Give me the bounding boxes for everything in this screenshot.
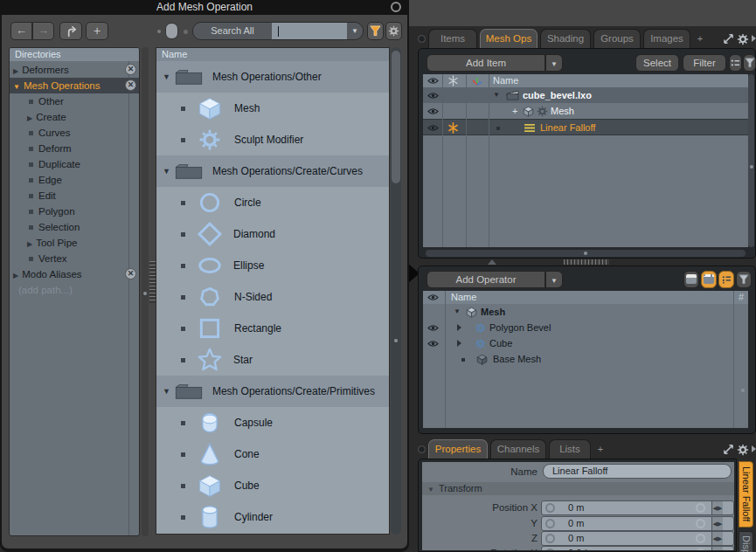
side-tab-display[interactable]: Displa xyxy=(739,531,753,552)
directory-item-deform[interactable]: Deform xyxy=(10,141,139,156)
operator-row-base-mesh[interactable]: Base Mesh xyxy=(423,351,748,367)
splitter-grip[interactable] xyxy=(564,259,609,265)
directory-item-modo-aliases[interactable]: ▶Modo Aliases✕ xyxy=(10,266,139,282)
directory-item-mesh-operations[interactable]: ▼Mesh Operations✕ xyxy=(10,78,139,93)
close-icon[interactable]: ✕ xyxy=(125,268,136,279)
mesh-op-row-ellipse[interactable]: Ellipse xyxy=(156,250,389,281)
panel-splitter[interactable] xyxy=(418,259,756,266)
expand-arrow-icon[interactable]: ▶ xyxy=(27,114,32,122)
group-row-other[interactable]: ▼ Mesh Operations/Other xyxy=(156,61,389,93)
tree-row-mesh[interactable]: + Mesh xyxy=(423,103,748,119)
pivot-enabled-icon[interactable] xyxy=(447,122,459,134)
mesh-op-row-cylinder[interactable]: Cylinder xyxy=(156,501,389,533)
dialog-titlebar[interactable]: Add Mesh Operation xyxy=(0,0,409,15)
tab-mesh-ops[interactable]: Mesh Ops xyxy=(480,29,538,48)
directory-item-deformers[interactable]: ▶Deformers✕ xyxy=(10,62,139,78)
mesh-op-row-circle[interactable]: Circle xyxy=(156,187,389,218)
expand-arrow-icon[interactable] xyxy=(457,340,461,347)
channel-state-icon[interactable] xyxy=(696,549,705,550)
mesh-op-row-diamond[interactable]: Diamond xyxy=(156,218,389,250)
collapse-arrow-icon[interactable]: ▼ xyxy=(163,387,170,396)
tab-properties[interactable]: Properties xyxy=(428,439,488,459)
close-icon[interactable]: ✕ xyxy=(125,64,136,75)
view-list-button[interactable] xyxy=(718,271,734,288)
gear-icon[interactable] xyxy=(737,444,749,456)
eye-icon[interactable] xyxy=(427,324,439,332)
select-button[interactable]: Select xyxy=(635,54,679,72)
side-tab-linear-falloff[interactable]: Linear Falloff xyxy=(739,461,753,528)
expand-arrow-icon[interactable] xyxy=(457,324,461,331)
filter-list-button[interactable] xyxy=(729,54,742,72)
add-directory-button[interactable]: + xyxy=(86,22,108,40)
operator-row-mesh[interactable]: ▼ Mesh xyxy=(423,304,748,320)
channel-ring-icon[interactable] xyxy=(545,503,555,513)
mesh-op-row-mesh[interactable]: Mesh xyxy=(156,93,389,124)
view-solo-button[interactable] xyxy=(683,271,699,288)
directory-item-polygon[interactable]: Polygon xyxy=(10,204,139,219)
panel-corner-icon[interactable] xyxy=(418,445,426,453)
value-spinner[interactable]: ◀▶ xyxy=(711,501,723,514)
tree-row-linear-falloff[interactable]: Linear Falloff xyxy=(423,119,748,135)
add-operator-button[interactable]: Add Operator xyxy=(427,271,545,288)
add-tab-button[interactable]: + xyxy=(693,29,707,48)
directory-item-duplicate[interactable]: Duplicate xyxy=(10,156,139,172)
mesh-op-row-cube[interactable]: Cube xyxy=(156,470,389,501)
directory-item-curves[interactable]: Curves xyxy=(10,125,139,141)
group-row-create-primitives[interactable]: ▼ Mesh Operations/Create/Primitives xyxy=(156,376,389,407)
value-spinner[interactable]: ◀▶ xyxy=(711,532,723,545)
expand-arrow-icon[interactable]: ▶ xyxy=(13,67,18,75)
directory-item-edge[interactable]: Edge xyxy=(10,172,139,188)
operator-filter-button[interactable] xyxy=(736,271,752,288)
channel-state-icon[interactable] xyxy=(696,519,705,528)
search-dropdown[interactable]: ▼ xyxy=(347,23,363,39)
settings-button[interactable] xyxy=(385,22,402,40)
directory-item-other[interactable]: Other xyxy=(10,93,139,109)
panel-corner-icon[interactable] xyxy=(418,35,426,43)
collapse-arrow-icon[interactable]: ▼ xyxy=(493,87,500,103)
add-item-dropdown[interactable]: ▼ xyxy=(545,54,563,72)
funnel-filter-button[interactable] xyxy=(743,54,756,72)
directories-scrollbar[interactable] xyxy=(142,47,149,536)
expand-plus-icon[interactable]: + xyxy=(512,103,517,119)
eye-icon[interactable] xyxy=(427,124,439,132)
tab-items[interactable]: Items xyxy=(428,29,477,48)
operator-row-polygon-bevel[interactable]: Polygon Bevel xyxy=(423,320,748,335)
expand-panel-icon[interactable] xyxy=(723,33,734,45)
scrollbar-thumb[interactable] xyxy=(392,51,400,183)
field-value[interactable]: 0 m ◀▶ xyxy=(541,516,734,531)
collapse-up-icon[interactable] xyxy=(488,259,496,265)
tab-shading[interactable]: Shading xyxy=(540,29,591,48)
channel-ring-icon[interactable] xyxy=(545,549,555,550)
field-value[interactable]: 0.0 ° ◀▶ xyxy=(541,546,734,550)
mesh-op-row-capsule[interactable]: Capsule xyxy=(156,407,389,438)
panel-splitter-grip[interactable] xyxy=(149,261,156,303)
value-spinner[interactable]: ◀▶ xyxy=(711,547,723,550)
collapse-arrow-icon[interactable]: ▼ xyxy=(454,304,461,320)
more-tabs-arrow-icon[interactable] xyxy=(752,445,756,452)
operator-row-cube[interactable]: Cube xyxy=(423,335,748,351)
add-operator-dropdown[interactable]: ▼ xyxy=(545,271,563,288)
close-icon[interactable]: ✕ xyxy=(125,79,136,91)
add-path-item[interactable]: (add path...) xyxy=(10,282,139,298)
mesh-op-row-rectangle[interactable]: Rectangle xyxy=(156,313,389,344)
group-row-create-curves[interactable]: ▼ Mesh Operations/Create/Curves xyxy=(156,155,389,187)
eye-icon[interactable] xyxy=(427,92,439,100)
search-mode-toggle[interactable] xyxy=(165,23,178,39)
tab-channels[interactable]: Channels xyxy=(490,439,546,459)
search-input[interactable] xyxy=(272,23,347,39)
collapse-arrow-icon[interactable]: ▼ xyxy=(163,72,170,81)
collapse-arrow-icon[interactable]: ▼ xyxy=(163,167,170,176)
channel-ring-icon[interactable] xyxy=(545,519,555,528)
expand-panel-icon[interactable] xyxy=(723,444,734,455)
directory-item-selection[interactable]: Selection xyxy=(10,219,139,235)
directory-item-create[interactable]: ▶Create xyxy=(10,109,139,125)
tab-groups[interactable]: Groups xyxy=(593,29,641,48)
directory-item-edit[interactable]: Edit xyxy=(10,188,139,204)
mesh-op-row-n-sided[interactable]: N-Sided xyxy=(156,281,389,313)
eye-icon[interactable] xyxy=(427,340,439,348)
tree-row-scene[interactable]: ▼ cube_bevel.lxo xyxy=(423,87,748,103)
mesh-op-row-sculpt-modifier[interactable]: Sculpt Modifier xyxy=(156,124,389,155)
expand-arrow-icon[interactable]: ▶ xyxy=(13,272,18,279)
tab-lists[interactable]: Lists xyxy=(549,439,591,459)
more-tabs-arrow-icon[interactable] xyxy=(752,35,756,42)
